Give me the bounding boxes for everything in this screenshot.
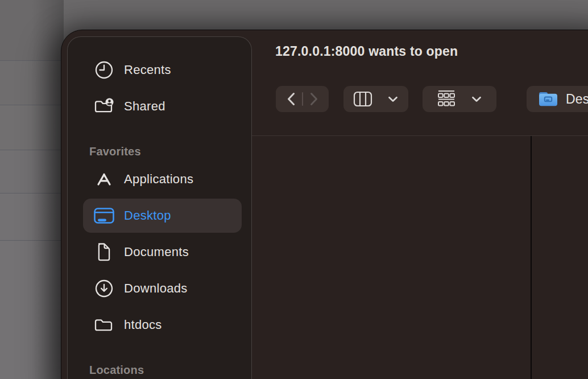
sidebar-section-header-locations: Locations (89, 364, 144, 377)
sidebar-item-shared[interactable]: Shared (83, 89, 242, 123)
chevron-left-icon (285, 92, 297, 106)
sidebar-item-applications[interactable]: Applications (83, 162, 242, 196)
sidebar-item-label: Documents (124, 245, 189, 259)
location-label: Desktop (566, 92, 588, 107)
sidebar-item-label: Downloads (124, 281, 188, 296)
app-store-icon (94, 169, 114, 190)
sidebar-item-label: Applications (124, 172, 193, 187)
browser-column-1[interactable] (252, 136, 531, 379)
folder-icon (94, 315, 114, 335)
sidebar-item-documents[interactable]: Documents (83, 235, 242, 269)
screen: Recents Shared Favorites (0, 0, 588, 379)
chevron-right-icon (308, 92, 320, 106)
desktop-icon (94, 205, 114, 226)
sidebar-item-htdocs[interactable]: htdocs (83, 308, 242, 342)
sidebar-item-label: Shared (124, 99, 165, 114)
nav-buttons-group (276, 86, 329, 112)
clock-icon (94, 60, 114, 80)
document-icon (94, 242, 114, 262)
sidebar-item-downloads[interactable]: Downloads (83, 271, 242, 306)
grouping-button[interactable] (423, 86, 496, 112)
group-grid-icon (437, 90, 456, 108)
download-icon (94, 278, 114, 299)
chevron-down-icon (471, 96, 482, 102)
toolbar-separator (302, 92, 303, 106)
sidebar: Recents Shared Favorites (67, 36, 252, 379)
sidebar-item-label: Recents (124, 63, 171, 77)
column-view-icon (353, 90, 372, 108)
sidebar-item-label: Desktop (124, 208, 171, 223)
sidebar-item-desktop[interactable]: Desktop (83, 199, 242, 233)
forward-button[interactable] (308, 92, 320, 106)
sidebar-item-recents[interactable]: Recents (83, 53, 242, 87)
sidebar-section-header-favorites: Favorites (89, 145, 141, 158)
browser-column-2[interactable] (532, 136, 588, 379)
file-open-dialog: Recents Shared Favorites (61, 30, 588, 379)
sidebar-item-label: htdocs (124, 318, 162, 332)
blue-folder-icon (538, 90, 558, 108)
shared-folder-icon (94, 96, 114, 117)
view-mode-button[interactable] (343, 86, 408, 112)
back-button[interactable] (285, 92, 297, 106)
chevron-down-icon (387, 96, 399, 102)
location-dropdown-button[interactable]: Desktop (527, 86, 588, 112)
dialog-title: 127.0.0.1:8000 wants to open (275, 44, 458, 59)
